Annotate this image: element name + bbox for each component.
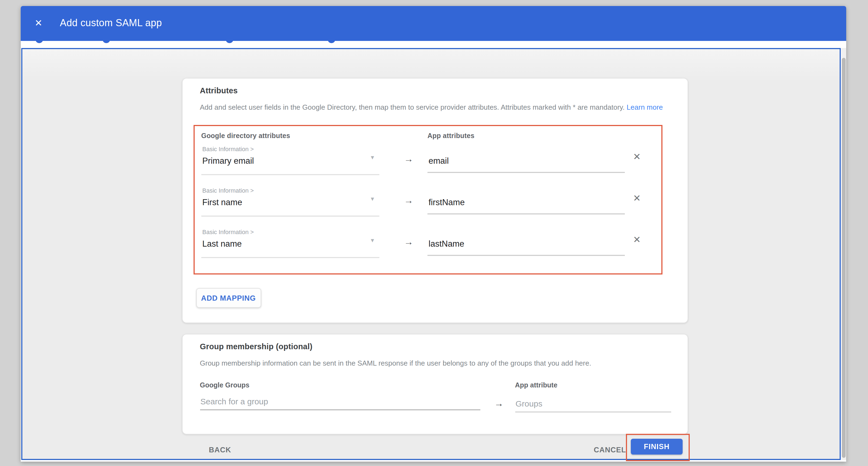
attribute-field-value: First name (202, 198, 242, 207)
mapping-arrow-icon: → (404, 195, 413, 206)
scrollbar-thumb[interactable] (842, 58, 846, 458)
cancel-button[interactable]: CANCEL (590, 445, 629, 455)
attribute-mapping-row: Basic Information > Last name ▼ → ✕ (201, 229, 655, 262)
dialog-title: Add custom SAML app (60, 18, 162, 29)
group-card-description: Group membership information can be sent… (200, 358, 672, 369)
attribute-category-label: Basic Information > (202, 229, 254, 235)
chevron-down-icon: ▼ (370, 154, 375, 161)
mapping-arrow-icon: → (404, 154, 413, 165)
select-underline (201, 174, 379, 175)
attribute-mapping-row: Basic Information > First name ▼ → ✕ (201, 187, 655, 221)
directory-attribute-select[interactable]: Basic Information > Last name ▼ (201, 229, 379, 259)
add-mapping-button[interactable]: ADD MAPPING (196, 288, 261, 308)
content-panel: Attributes Add and select user fields in… (21, 48, 840, 460)
attribute-field-value: Primary email (202, 156, 254, 166)
attributes-card-description: Add and select user fields in the Google… (200, 102, 672, 113)
app-attribute-input[interactable] (428, 235, 625, 256)
google-groups-header: Google Groups (200, 381, 249, 389)
group-app-attribute-input[interactable] (515, 399, 671, 412)
remove-mapping-icon[interactable]: ✕ (633, 235, 641, 244)
group-membership-card: Group membership (optional) Group member… (182, 334, 688, 434)
group-mapping-arrow-icon: → (494, 398, 503, 409)
remove-mapping-icon[interactable]: ✕ (633, 152, 641, 162)
app-attributes-column-header: App attributes (428, 132, 474, 140)
attribute-category-label: Basic Information > (202, 146, 254, 152)
group-app-attribute-header: App attribute (515, 381, 557, 389)
dialog-header: ✕ Add custom SAML app (21, 6, 846, 41)
group-search-input[interactable] (200, 397, 480, 410)
chevron-down-icon: ▼ (370, 237, 375, 243)
page: ✕ Add custom SAML app Attributes Add and… (0, 0, 868, 466)
remove-mapping-icon[interactable]: ✕ (633, 194, 641, 203)
chevron-down-icon: ▼ (370, 196, 375, 202)
attributes-description-text: Add and select user fields in the Google… (200, 103, 625, 111)
attributes-card: Attributes Add and select user fields in… (182, 78, 688, 323)
mapping-table-annotation-box: Google directory attributes App attribut… (193, 125, 662, 274)
back-button[interactable]: BACK (206, 445, 235, 455)
attribute-mapping-row: Basic Information > Primary email ▼ → ✕ (201, 146, 655, 179)
directory-attribute-select[interactable]: Basic Information > Primary email ▼ (201, 146, 379, 176)
finish-button[interactable]: FINISH (631, 438, 683, 454)
group-card-title: Group membership (optional) (200, 342, 312, 351)
app-attribute-input[interactable] (428, 194, 625, 214)
attributes-card-title: Attributes (200, 86, 238, 95)
attribute-category-label: Basic Information > (202, 187, 254, 194)
directory-attributes-column-header: Google directory attributes (201, 132, 290, 140)
select-underline (201, 215, 379, 216)
attribute-field-value: Last name (202, 239, 242, 249)
directory-attribute-select[interactable]: Basic Information > First name ▼ (201, 187, 379, 218)
learn-more-link[interactable]: Learn more (627, 103, 663, 111)
mapping-arrow-icon: → (404, 237, 413, 248)
close-icon[interactable]: ✕ (35, 19, 42, 28)
app-attribute-input[interactable] (428, 152, 625, 173)
select-underline (201, 257, 379, 258)
add-saml-app-dialog: ✕ Add custom SAML app Attributes Add and… (21, 6, 846, 462)
scrollbar-track[interactable] (841, 48, 846, 460)
